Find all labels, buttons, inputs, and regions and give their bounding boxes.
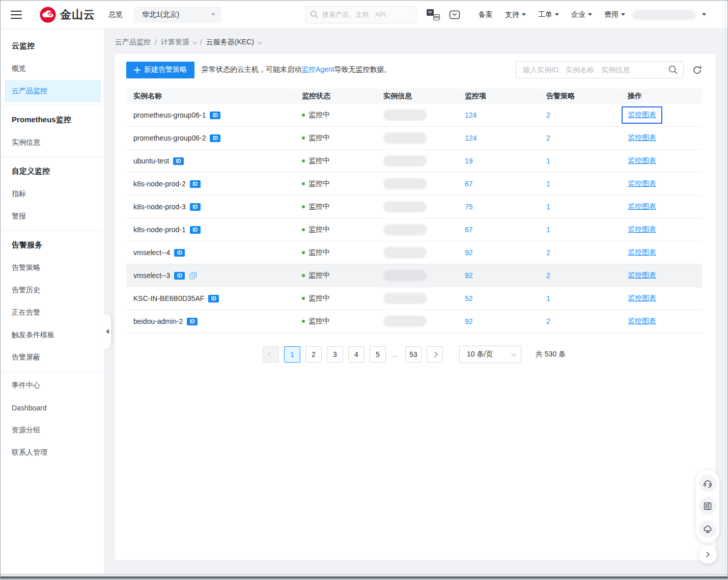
sidebar-item[interactable]: 告警策略 <box>1 257 104 279</box>
alert-policy-count-link[interactable]: 1 <box>546 294 550 302</box>
breadcrumb-item[interactable]: 计算资源 <box>161 38 196 47</box>
sidebar-item[interactable]: 触发条件模板 <box>1 324 104 346</box>
metric-count-link[interactable]: 67 <box>465 226 473 234</box>
create-alert-policy-button[interactable]: 新建告警策略 <box>126 62 194 78</box>
copy-icon[interactable] <box>189 271 198 280</box>
monitor-chart-link[interactable]: 监控图表 <box>628 156 656 164</box>
monitor-chart-link[interactable]: 监控图表 <box>628 202 656 210</box>
sidebar-section-title: 自定义监控 <box>1 159 104 183</box>
monitor-chart-link[interactable]: 监控图表 <box>628 294 656 302</box>
sidebar-item[interactable]: 正在告警 <box>1 301 104 324</box>
page-button[interactable]: 53 <box>405 346 422 363</box>
sidebar-item[interactable]: 事件中心 <box>1 374 104 397</box>
sidebar-item[interactable]: 警报 <box>1 205 104 228</box>
sidebar-item[interactable]: 资源分组 <box>1 419 104 441</box>
id-badge[interactable]: ID <box>190 203 201 211</box>
brand-logo[interactable]: 金山云 <box>39 6 95 23</box>
top-nav-item[interactable]: 企业 <box>571 10 592 19</box>
id-badge[interactable]: ID <box>210 134 220 142</box>
id-badge[interactable]: ID <box>190 226 201 234</box>
sidebar-divider <box>1 105 104 105</box>
account-menu[interactable] <box>632 10 706 20</box>
metric-count-link[interactable]: 75 <box>465 203 473 211</box>
search-icon[interactable] <box>668 65 678 77</box>
alert-policy-count-link[interactable]: 2 <box>546 134 550 142</box>
header-search-input[interactable] <box>305 6 416 23</box>
id-badge[interactable]: ID <box>190 180 201 188</box>
sidebar-item[interactable]: 实例信息 <box>1 131 104 154</box>
overview-link[interactable]: 总览 <box>108 10 123 19</box>
id-badge[interactable]: ID <box>173 157 184 165</box>
top-nav-item[interactable]: 备案 <box>479 10 493 19</box>
monitor-chart-link[interactable]: 监控图表 <box>628 317 656 325</box>
monitor-agent-link[interactable]: 监控Agent <box>301 65 334 73</box>
page-button[interactable]: 1 <box>284 346 300 363</box>
column-header: 操作 <box>621 92 702 101</box>
monitor-chart-link[interactable]: 监控图表 <box>628 111 656 119</box>
sidebar-item[interactable]: 告警屏蔽 <box>1 346 104 369</box>
breadcrumb-label: 云服务器(KEC) <box>206 38 254 47</box>
instance-name: beidou-admin-2 <box>133 317 183 325</box>
alert-policy-count-link[interactable]: 2 <box>546 111 550 119</box>
alert-policy-count-link[interactable]: 2 <box>546 271 550 280</box>
sidebar-item[interactable]: 联系人管理 <box>1 441 104 464</box>
status-label: 监控中 <box>309 111 330 120</box>
monitor-chart-link[interactable]: 监控图表 <box>628 133 656 142</box>
refresh-icon[interactable] <box>692 65 702 75</box>
page-button[interactable]: 4 <box>348 346 365 363</box>
monitor-chart-link[interactable]: 监控图表 <box>628 271 656 279</box>
id-badge[interactable]: ID <box>187 318 198 325</box>
monitor-chart-link[interactable]: 监控图表 <box>628 179 656 187</box>
sidebar-collapse-handle[interactable] <box>103 314 111 349</box>
metric-count-link[interactable]: 124 <box>465 111 477 119</box>
id-badge[interactable]: ID <box>174 249 185 257</box>
alert-policy-count-link[interactable]: 2 <box>546 248 550 257</box>
sidebar-item[interactable]: 概览 <box>1 58 104 80</box>
page-button[interactable]: 2 <box>305 346 322 363</box>
breadcrumb-item[interactable]: 云服务器(KEC) <box>206 38 261 47</box>
table-row: prometheus-group06-1ID监控中1242监控图表 <box>126 104 702 127</box>
top-nav-item[interactable]: 费用 <box>604 10 625 19</box>
metric-count-link[interactable]: 19 <box>465 157 473 165</box>
sidebar-item[interactable]: 告警历史 <box>1 279 104 301</box>
page-button[interactable]: 3 <box>327 346 343 363</box>
id-badge[interactable]: ID <box>174 272 185 280</box>
sidebar-item[interactable]: 指标 <box>1 183 104 205</box>
sidebar-item[interactable]: 云产品监控 <box>5 80 101 102</box>
instance-search-input[interactable] <box>516 61 684 78</box>
top-nav-item[interactable]: 工单 <box>538 10 559 19</box>
sidebar-item-label: 事件中心 <box>12 381 40 390</box>
sidebar-item[interactable]: Dashboard <box>1 397 104 419</box>
monitor-chart-link[interactable]: 监控图表 <box>628 248 656 256</box>
next-page-button[interactable] <box>427 346 443 363</box>
metric-count-link[interactable]: 92 <box>465 271 473 280</box>
collapse-tools-button[interactable] <box>698 545 717 564</box>
id-badge[interactable]: ID <box>210 112 220 119</box>
page-button[interactable]: 5 <box>370 346 386 363</box>
hamburger-menu-icon[interactable] <box>11 11 22 19</box>
alert-policy-count-link[interactable]: 1 <box>546 203 550 211</box>
metric-count-link[interactable]: 92 <box>465 317 473 325</box>
alert-policy-count-link[interactable]: 1 <box>546 157 550 165</box>
language-toggle-icon[interactable]: 中 EN <box>427 9 440 20</box>
metric-count-link[interactable]: 67 <box>465 180 473 188</box>
metric-count-link[interactable]: 92 <box>465 248 473 257</box>
message-icon[interactable] <box>449 10 460 20</box>
docs-news-button[interactable] <box>699 498 716 515</box>
prev-page-button[interactable] <box>263 346 279 363</box>
alert-policy-count-link[interactable]: 1 <box>546 180 550 188</box>
page-size-select[interactable]: 10 条/页 <box>459 346 521 363</box>
metric-count-link[interactable]: 52 <box>465 294 473 302</box>
total-count: 共 530 条 <box>536 350 566 359</box>
alert-policy-count-link[interactable]: 1 <box>546 226 550 234</box>
alert-policy-count-link[interactable]: 2 <box>546 317 550 325</box>
instance-info-redacted <box>383 132 427 144</box>
breadcrumb-item[interactable]: 云产品监控 <box>115 38 151 47</box>
metric-count-link[interactable]: 124 <box>465 134 477 142</box>
cloud-alert-button[interactable] <box>699 520 716 538</box>
support-headset-button[interactable] <box>699 475 716 492</box>
region-selector[interactable]: 华北1(北京) <box>134 7 221 23</box>
id-badge[interactable]: ID <box>208 295 219 302</box>
monitor-chart-link[interactable]: 监控图表 <box>628 225 656 233</box>
top-nav-item[interactable]: 支持 <box>505 10 526 19</box>
